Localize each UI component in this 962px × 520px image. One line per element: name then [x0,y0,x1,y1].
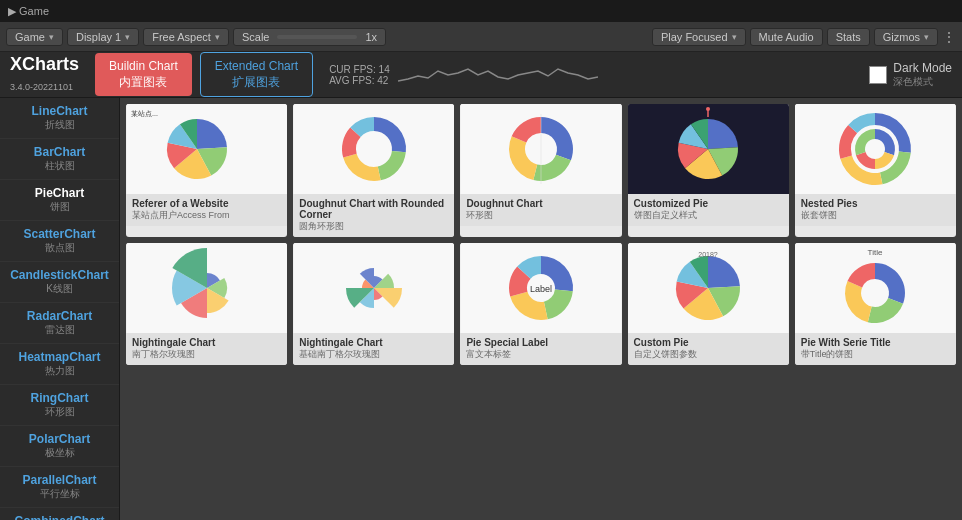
chart-card[interactable]: Customized Pie 饼图自定义样式 [628,104,789,237]
extended-chart-btn[interactable]: Extended Chart 扩展图表 [200,52,313,97]
chart-card[interactable]: 某站点... Referer of a Website 某站点用户Access … [126,104,287,237]
sidebar-item-barchart[interactable]: BarChart 柱状图 [0,139,119,180]
scale-slider[interactable] [277,35,357,39]
chart-preview [795,104,956,194]
chart-card[interactable]: Nightingale Chart 南丁格尔玫瑰图 [126,243,287,365]
mute-audio-btn[interactable]: Mute Audio [750,28,823,46]
svg-text:某站点...: 某站点... [131,110,158,118]
gizmos-dropdown[interactable]: Gizmos ▾ [874,28,938,46]
sidebar-chart-cn: 热力图 [10,364,109,378]
chart-title: Nightingale Chart [299,337,448,348]
title-bar-label: ▶ Game [8,5,49,18]
sidebar-item-polarchart[interactable]: PolarChart 极坐标 [0,426,119,467]
chart-subtitle: 嵌套饼图 [801,209,950,222]
chart-title: Pie With Serie Title [801,337,950,348]
sidebar-chart-name: PolarChart [10,432,109,446]
chart-card[interactable]: Doughnut Chart with Rounded Corner 圆角环形图 [293,104,454,237]
chart-preview: 某站点... [126,104,287,194]
chart-label: Referer of a Website 某站点用户Access From [126,194,287,226]
sidebar-item-scatterchart[interactable]: ScatterChart 散点图 [0,221,119,262]
chart-title: Doughnut Chart [466,198,615,209]
play-focused-label: Play Focused [661,31,728,43]
stats-btn[interactable]: Stats [827,28,870,46]
xchart-logo: XCharts 3.4.0-20221101 [10,55,79,95]
sidebar-chart-cn: K线图 [10,282,109,296]
chart-subtitle: 带Title的饼图 [801,348,950,361]
dark-mode-label-cn: 深色模式 [893,75,952,89]
sidebar-chart-name: RingChart [10,391,109,405]
sidebar-chart-cn: 雷达图 [10,323,109,337]
chart-title: Nightingale Chart [132,337,281,348]
chart-subtitle: 自定义饼图参数 [634,348,783,361]
unity-toolbar: Game ▾ Display 1 ▾ Free Aspect ▾ Scale 1… [0,22,962,52]
chart-label: Doughnut Chart with Rounded Corner 圆角环形图 [293,194,454,237]
chart-card[interactable]: Label Pie Special Label 富文本标签 [460,243,621,365]
dark-mode-checkbox[interactable] [869,66,887,84]
svg-text:Label: Label [530,284,552,294]
chart-preview [293,104,454,194]
display-label: Display 1 [76,31,121,43]
sidebar-item-ringchart[interactable]: RingChart 环形图 [0,385,119,426]
sidebar-chart-cn: 饼图 [10,200,109,214]
sidebar: LineChart 折线图 BarChart 柱状图 PieChart 饼图 S… [0,98,120,520]
sidebar-chart-name: HeatmapChart [10,350,109,364]
game-arrow: ▾ [49,32,54,42]
chart-card[interactable]: Nightingale Chart 基础南丁格尔玫瑰图 [293,243,454,365]
title-bar: ▶ Game [0,0,962,22]
sidebar-chart-name: ScatterChart [10,227,109,241]
chart-subtitle: 南丁格尔玫瑰图 [132,348,281,361]
game-dropdown[interactable]: Game ▾ [6,28,63,46]
more-options-icon[interactable]: ⋮ [942,29,956,45]
chart-subtitle: 富文本标签 [466,348,615,361]
sidebar-chart-cn: 柱状图 [10,159,109,173]
sidebar-chart-cn: 平行坐标 [10,487,109,501]
main-layout: LineChart 折线图 BarChart 柱状图 PieChart 饼图 S… [0,98,962,520]
chart-card[interactable]: Doughnut Chart 环形图 [460,104,621,237]
chart-card[interactable]: Title Pie With Serie Title 带Title的饼图 [795,243,956,365]
chart-label: Doughnut Chart 环形图 [460,194,621,226]
sidebar-item-candlestickchart[interactable]: CandlestickChart K线图 [0,262,119,303]
chart-title: Nested Pies [801,198,950,209]
svg-text:Title: Title [868,248,883,257]
fps-graph [398,60,626,90]
chart-preview [126,243,287,333]
game-label: Game [15,31,45,43]
sidebar-item-linechart[interactable]: LineChart 折线图 [0,98,119,139]
sidebar-chart-cn: 折线图 [10,118,109,132]
aspect-label: Free Aspect [152,31,211,43]
aspect-dropdown[interactable]: Free Aspect ▾ [143,28,229,46]
fps-display: CUR FPS: 14 AVG FPS: 42 [329,64,390,86]
sidebar-item-radarchart[interactable]: RadarChart 雷达图 [0,303,119,344]
sidebar-item-parallelchart[interactable]: ParallelChart 平行坐标 [0,467,119,508]
chart-title: Referer of a Website [132,198,281,209]
dark-mode-toggle[interactable]: Dark Mode 深色模式 [869,61,952,89]
svg-text:2018?: 2018? [698,251,718,258]
chart-card[interactable]: Nested Pies 嵌套饼图 [795,104,956,237]
chart-preview: Title [795,243,956,333]
buildin-chart-btn[interactable]: Buildin Chart 内置图表 [95,53,192,96]
scale-value: 1x [365,31,377,43]
sidebar-chart-name: LineChart [10,104,109,118]
fps-graph-svg [398,61,598,89]
chart-label: Custom Pie 自定义饼图参数 [628,333,789,365]
gizmos-label: Gizmos [883,31,920,43]
display-dropdown[interactable]: Display 1 ▾ [67,28,139,46]
sidebar-item-piechart[interactable]: PieChart 饼图 [0,180,119,221]
sidebar-item-combinedchart[interactable]: CombinedChart 组合图 [0,508,119,520]
toolbar-right: Play Focused ▾ Mute Audio Stats Gizmos ▾… [652,28,956,46]
sidebar-chart-cn: 环形图 [10,405,109,419]
sidebar-chart-name: CandlestickChart [10,268,109,282]
play-focused-arrow: ▾ [732,32,737,42]
cur-fps: CUR FPS: 14 [329,64,390,75]
chart-subtitle: 圆角环形图 [299,220,448,233]
svg-point-7 [706,107,710,111]
chart-preview [293,243,454,333]
aspect-arrow: ▾ [215,32,220,42]
chart-card[interactable]: 2018? Custom Pie 自定义饼图参数 [628,243,789,365]
chart-subtitle: 环形图 [466,209,615,222]
gizmos-arrow: ▾ [924,32,929,42]
sidebar-chart-name: PieChart [10,186,109,200]
chart-preview: 2018? [628,243,789,333]
play-focused-dropdown[interactable]: Play Focused ▾ [652,28,746,46]
sidebar-item-heatmapchart[interactable]: HeatmapChart 热力图 [0,344,119,385]
